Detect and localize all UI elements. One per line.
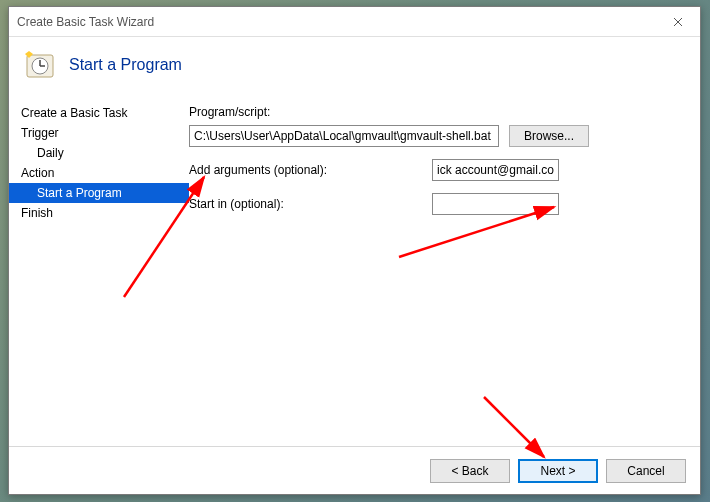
nav-create-basic-task[interactable]: Create a Basic Task [9,103,189,123]
cancel-button[interactable]: Cancel [606,459,686,483]
back-button[interactable]: < Back [430,459,510,483]
nav-daily[interactable]: Daily [9,143,189,163]
header: Start a Program [9,37,700,99]
start-in-input[interactable] [432,193,559,215]
content-area: Create a Basic Task Trigger Daily Action… [9,99,700,446]
nav-trigger[interactable]: Trigger [9,123,189,143]
nav-finish[interactable]: Finish [9,203,189,223]
page-title: Start a Program [69,56,182,74]
nav-start-a-program[interactable]: Start a Program [9,183,189,203]
browse-button[interactable]: Browse... [509,125,589,147]
titlebar: Create Basic Task Wizard [9,7,700,37]
program-script-input[interactable] [189,125,499,147]
wizard-window: Create Basic Task Wizard Start a Program… [8,6,701,495]
program-script-label: Program/script: [189,105,684,119]
next-button[interactable]: Next > [518,459,598,483]
start-in-label: Start in (optional): [189,197,359,211]
arguments-label: Add arguments (optional): [189,163,359,177]
window-title: Create Basic Task Wizard [17,15,154,29]
arguments-input[interactable] [432,159,559,181]
form-area: Program/script: Browse... Add arguments … [189,99,700,446]
button-bar: < Back Next > Cancel [9,446,700,494]
close-button[interactable] [655,7,700,36]
close-icon [673,17,683,27]
nav-action[interactable]: Action [9,163,189,183]
wizard-nav: Create a Basic Task Trigger Daily Action… [9,99,189,446]
scheduler-icon [25,49,57,81]
